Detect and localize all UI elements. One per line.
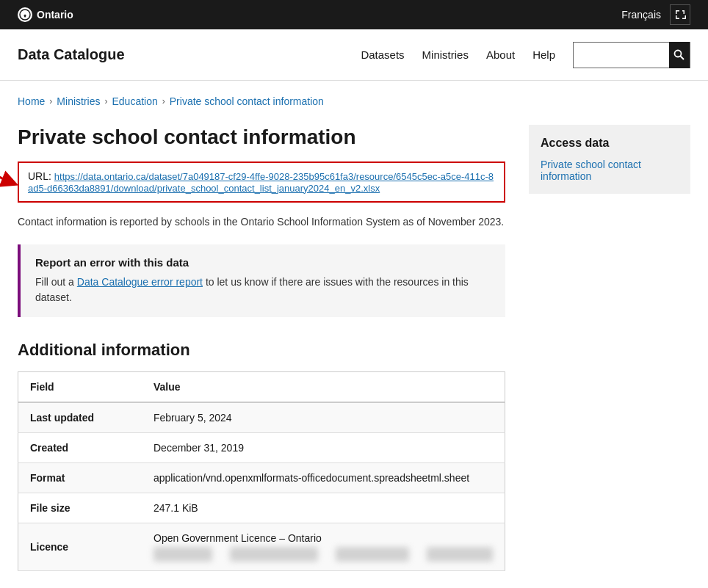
field-licence: Licence	[18, 523, 142, 570]
svg-line-3	[681, 56, 684, 59]
sidebar-access-box: Access data Private school contact infor…	[529, 125, 690, 194]
url-box: URL: https://data.ontario.ca/dataset/7a0…	[18, 161, 505, 203]
main-content: Private school contact information URL: …	[18, 125, 505, 571]
field-file-size: File size	[18, 493, 142, 523]
nav-datasets[interactable]: Datasets	[361, 48, 404, 61]
top-bar: ♦ Ontario Français	[0, 0, 708, 29]
table-row: File size 247.1 KiB	[18, 493, 505, 523]
table-row: Created December 31, 2019	[18, 432, 505, 462]
blurred-block-2	[230, 547, 318, 562]
breadcrumb-home[interactable]: Home	[18, 95, 45, 107]
annotation-container: URL: https://data.ontario.ca/dataset/7a0…	[18, 161, 505, 203]
breadcrumb: Home › Ministries › Education › Private …	[18, 95, 690, 107]
field-format: Format	[18, 462, 142, 493]
site-title: Data Catalogue	[18, 46, 125, 63]
blurred-block-1	[153, 547, 212, 562]
field-last-updated: Last updated	[18, 402, 142, 433]
sidebar-access-link[interactable]: Private school contact information	[541, 159, 641, 182]
report-error-content: Report an error with this data Fill out …	[21, 244, 505, 317]
report-error-link[interactable]: Data Catalogue error report	[77, 276, 203, 288]
breadcrumb-education[interactable]: Education	[112, 95, 157, 107]
blurred-content	[153, 547, 493, 562]
search-input[interactable]	[574, 43, 669, 68]
additional-info-title: Additional information	[18, 341, 505, 360]
field-created: Created	[18, 432, 142, 462]
search-button[interactable]	[669, 42, 690, 68]
page-title: Private school contact information	[18, 125, 505, 150]
blurred-block-3	[336, 547, 409, 562]
svg-text:♦: ♦	[24, 12, 26, 19]
table-header-field: Field	[18, 371, 142, 402]
breadcrumb-sep-2: ›	[104, 96, 107, 106]
francais-link[interactable]: Français	[621, 9, 661, 21]
breadcrumb-sep-3: ›	[162, 96, 165, 106]
trillium-icon: ♦	[18, 7, 32, 22]
value-file-size: 247.1 KiB	[142, 493, 505, 523]
description-text: Contact information is reported by schoo…	[18, 214, 505, 230]
table-row: Format application/vnd.openxmlformats-of…	[18, 462, 505, 493]
value-created: December 31, 2019	[142, 432, 505, 462]
value-format: application/vnd.openxmlformats-officedoc…	[142, 462, 505, 493]
table-header-value: Value	[142, 371, 505, 402]
main-nav: Data Catalogue Datasets Ministries About…	[0, 29, 708, 81]
info-table: Field Value Last updated February 5, 202…	[18, 371, 505, 571]
report-error-text-before: Fill out a	[35, 276, 77, 288]
value-last-updated: February 5, 2024	[142, 402, 505, 433]
nav-ministries[interactable]: Ministries	[422, 48, 469, 61]
url-link[interactable]: https://data.ontario.ca/dataset/7a049187…	[28, 171, 494, 194]
table-row: Last updated February 5, 2024	[18, 402, 505, 433]
breadcrumb-ministries[interactable]: Ministries	[57, 95, 100, 107]
ontario-label: Ontario	[37, 9, 73, 21]
nav-links: Datasets Ministries About Help	[361, 42, 690, 68]
ontario-logo: ♦ Ontario	[18, 7, 73, 22]
content-wrapper: Home › Ministries › Education › Private …	[0, 81, 708, 586]
main-layout: Private school contact information URL: …	[18, 125, 690, 571]
table-row: Licence Open Government Licence – Ontari…	[18, 523, 505, 570]
url-label: URL:	[28, 170, 51, 182]
nav-about[interactable]: About	[486, 48, 515, 61]
report-error-section: Report an error with this data Fill out …	[18, 244, 505, 317]
sidebar: Access data Private school contact infor…	[529, 125, 690, 571]
blurred-block-4	[427, 547, 493, 562]
search-box	[573, 42, 690, 68]
breadcrumb-sep-1: ›	[49, 96, 52, 106]
report-error-text: Fill out a Data Catalogue error report t…	[35, 275, 491, 305]
top-bar-right: Français	[621, 4, 690, 25]
breadcrumb-current[interactable]: Private school contact information	[170, 95, 324, 107]
value-licence: Open Government Licence – Ontario	[142, 523, 505, 570]
svg-point-2	[675, 50, 682, 57]
report-error-title: Report an error with this data	[35, 256, 491, 269]
sidebar-access-title: Access data	[541, 137, 679, 150]
nav-help[interactable]: Help	[532, 48, 555, 61]
expand-icon[interactable]	[670, 4, 690, 25]
